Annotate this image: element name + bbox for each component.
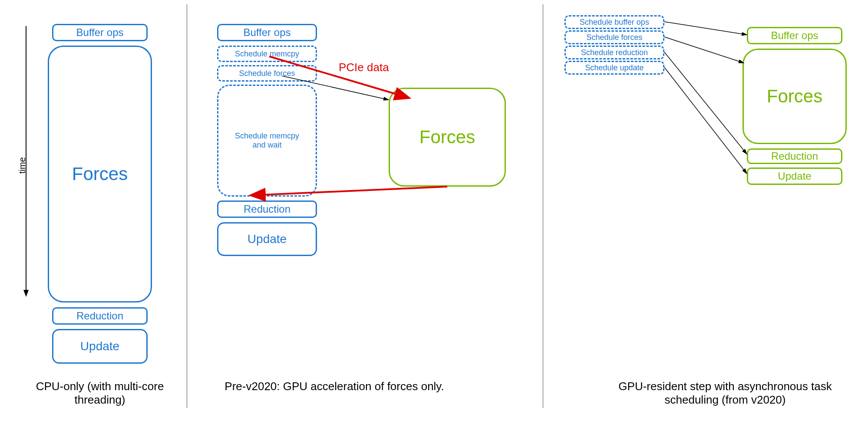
p2-gpu-forces: Forces (389, 88, 506, 187)
svg-line-6 (664, 52, 747, 154)
p3-schedule-buffer-ops: Schedule buffer ops (564, 15, 664, 29)
p1-caption: CPU-only (with multi-core threading) (24, 380, 176, 407)
p1-buffer-ops: Buffer ops (52, 24, 148, 41)
p2-schedule-memcpy: Schedule memcpy (217, 46, 317, 62)
p3-schedule-update: Schedule update (564, 61, 664, 75)
svg-line-5 (664, 37, 744, 63)
p3-schedule-reduction: Schedule reduction (564, 46, 664, 59)
p3-gpu-buffer-ops: Buffer ops (747, 27, 842, 44)
p2-schedule-forces: Schedule forces (217, 65, 317, 82)
divider-2 (543, 4, 543, 408)
p3-schedule-forces: Schedule forces (564, 30, 664, 44)
diagram-canvas: time Buffer ops Forces Reduction Update … (0, 0, 868, 424)
pcie-data-label: PCIe data (339, 61, 389, 74)
p1-reduction: Reduction (52, 307, 148, 325)
p3-caption: GPU-resident step with asynchronous task… (608, 380, 842, 407)
p2-update: Update (217, 222, 317, 256)
p2-buffer-ops: Buffer ops (217, 24, 317, 41)
time-axis-label: time (17, 157, 27, 174)
divider-1 (187, 4, 187, 408)
p2-schedule-memcpy-wait: Schedule memcpy and wait (217, 85, 317, 197)
svg-line-7 (664, 67, 747, 174)
p1-update: Update (52, 329, 148, 364)
svg-line-4 (664, 22, 747, 35)
p3-gpu-update: Update (747, 168, 842, 185)
p1-forces: Forces (48, 46, 152, 302)
p3-gpu-reduction: Reduction (747, 148, 842, 164)
p2-caption: Pre-v2020: GPU acceleration of forces on… (217, 380, 452, 393)
p3-gpu-forces: Forces (743, 49, 847, 144)
p2-reduction: Reduction (217, 200, 317, 218)
